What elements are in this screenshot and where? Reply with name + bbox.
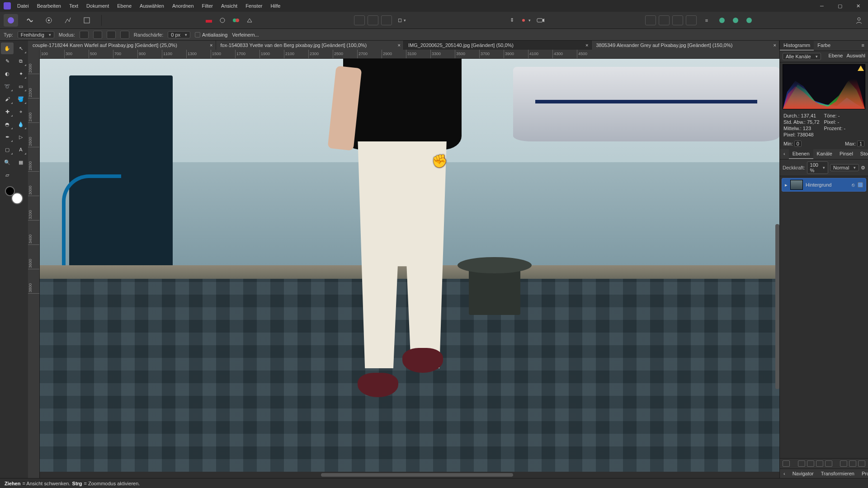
layer-link-icon[interactable]: ⎋ xyxy=(852,182,855,188)
marquee-tool[interactable]: ▭ xyxy=(14,80,27,92)
hist-max[interactable]: 1 xyxy=(857,141,864,147)
align-panel-icon[interactable]: ≡ xyxy=(701,15,712,25)
delete-layer-icon[interactable] xyxy=(858,460,865,467)
sync-3-icon[interactable] xyxy=(744,15,755,25)
dodge-tool[interactable]: ◓ xyxy=(1,118,14,130)
menu-file[interactable]: Datei xyxy=(17,3,29,9)
persona-export[interactable] xyxy=(80,14,94,27)
mask-icon[interactable] xyxy=(825,460,832,467)
hand-tool[interactable]: ✋ xyxy=(1,42,14,54)
menu-window[interactable]: Fenster xyxy=(245,3,262,9)
align-options[interactable] xyxy=(520,15,531,25)
menu-arrange[interactable]: Anordnen xyxy=(172,3,194,9)
hist-min[interactable]: 0 xyxy=(794,141,802,147)
zoom-tool[interactable]: 🔍 xyxy=(1,156,14,168)
persona-photo[interactable] xyxy=(4,14,18,27)
account-icon[interactable] xyxy=(854,15,864,25)
type-dropdown[interactable]: Freihändig xyxy=(18,31,54,38)
shape-tool[interactable]: ▢ xyxy=(1,144,14,155)
menu-text[interactable]: Text xyxy=(69,3,78,9)
layer-name[interactable]: Hintergrund xyxy=(806,182,849,188)
antialias-checkbox[interactable]: Antialiasing xyxy=(195,32,227,38)
add-pixel-icon[interactable] xyxy=(849,460,856,467)
flood-select-tool[interactable]: ✦ xyxy=(14,68,27,80)
snapping-dropdown[interactable]: ◻ xyxy=(396,15,407,25)
scope-layer[interactable]: Ebene xyxy=(829,53,843,60)
assistant-icon[interactable] xyxy=(244,15,255,25)
tab-transform[interactable]: Transformieren xyxy=(817,469,858,478)
close-icon[interactable]: × xyxy=(398,42,401,48)
arrange-back-icon[interactable] xyxy=(645,15,656,25)
doc-tab-2[interactable]: IMG_20200625_205140.jpg [Geändert] (50,0… xyxy=(404,41,592,50)
mode-intersect[interactable] xyxy=(120,31,129,39)
layer-row[interactable]: ▸ Hintergrund ⎋ xyxy=(782,178,866,192)
tab-histogram[interactable]: Histogramm xyxy=(780,41,814,51)
menu-view[interactable]: Ansicht xyxy=(221,3,237,9)
window-maximize[interactable]: ▢ xyxy=(834,2,846,10)
tab-history[interactable]: Protokoll xyxy=(858,469,868,478)
arrange-front-icon[interactable] xyxy=(686,15,697,25)
color-picker-tool[interactable]: ✎ xyxy=(1,55,14,67)
layer-visible-checkbox[interactable] xyxy=(858,182,863,188)
crop-tool[interactable]: ⧉ xyxy=(14,55,27,67)
record-icon[interactable] xyxy=(535,15,546,25)
persona-tone[interactable] xyxy=(61,14,75,27)
window-close[interactable]: ✕ xyxy=(852,2,864,10)
tab-brushes[interactable]: Pinsel xyxy=(836,149,857,159)
healing-tool[interactable]: ✚ xyxy=(1,106,14,117)
opacity-field[interactable]: 100 % xyxy=(807,161,828,174)
sync-1-icon[interactable] xyxy=(717,15,727,25)
layer-visibility-icon[interactable]: ▸ xyxy=(785,182,788,188)
mode-subtract[interactable] xyxy=(107,31,116,39)
menu-help[interactable]: Hilfe xyxy=(270,3,280,9)
selection-sub-icon[interactable] xyxy=(381,15,392,25)
menu-edit[interactable]: Bearbeiten xyxy=(37,3,61,9)
quickmask-icon[interactable] xyxy=(217,15,228,25)
tab-layers[interactable]: Ebenen xyxy=(789,149,813,159)
arrange-backward-icon[interactable] xyxy=(659,15,670,25)
color-swatch[interactable] xyxy=(5,186,23,204)
close-icon[interactable]: × xyxy=(210,42,212,48)
close-icon[interactable]: × xyxy=(585,42,588,48)
adjustment-icon[interactable] xyxy=(798,460,805,467)
move-tool[interactable]: ↖ xyxy=(14,42,27,54)
color-format-icon[interactable] xyxy=(231,15,241,25)
text-tool[interactable]: A xyxy=(14,144,27,155)
livefilter-icon[interactable] xyxy=(816,460,823,467)
menu-layer[interactable]: Ebene xyxy=(117,3,132,9)
layer-fx-icon[interactable]: ⚙ xyxy=(861,165,865,171)
eraser-tool[interactable]: ▱ xyxy=(1,169,14,181)
vertical-scrollbar[interactable] xyxy=(775,224,779,389)
persona-liquify[interactable] xyxy=(23,14,37,27)
node-tool[interactable]: ▷ xyxy=(14,131,27,143)
mask-layer-icon[interactable] xyxy=(783,460,790,467)
group-icon[interactable] xyxy=(840,460,847,467)
feather-dropdown[interactable]: 0 px xyxy=(168,31,190,38)
selection-new-icon[interactable] xyxy=(354,15,365,25)
mode-add[interactable] xyxy=(93,31,102,39)
selection-brush-tool[interactable]: ◐ xyxy=(1,68,14,80)
scope-selection[interactable]: Auswahl xyxy=(846,53,865,60)
refine-button[interactable]: Verfeinern... xyxy=(232,32,259,38)
close-icon[interactable]: × xyxy=(774,42,776,48)
canvas[interactable]: ✊ xyxy=(40,59,779,472)
doc-tab-3[interactable]: 3805349 Alexander Grey auf Pixabay.jpg [… xyxy=(592,41,780,50)
align-vertical-icon[interactable]: ⇕ xyxy=(506,15,517,25)
window-minimize[interactable]: ─ xyxy=(816,2,828,10)
clone-tool[interactable]: ⌖ xyxy=(14,106,27,117)
lasso-tool[interactable]: ➰ xyxy=(1,80,14,92)
panel-collapse-icon[interactable]: ‹ xyxy=(780,149,789,159)
horizontal-scrollbar-track[interactable] xyxy=(40,472,779,478)
tab-channels[interactable]: Kanäle xyxy=(813,149,836,159)
arrange-forward-icon[interactable] xyxy=(672,15,683,25)
channels-dropdown[interactable]: Alle Kanäle xyxy=(783,53,821,60)
blur-tool[interactable]: 💧 xyxy=(14,118,27,130)
tab-color[interactable]: Farbe xyxy=(814,41,834,51)
tab-stock[interactable]: Stock xyxy=(857,149,868,159)
persona-develop[interactable] xyxy=(42,14,56,27)
sync-2-icon[interactable] xyxy=(730,15,741,25)
panel-menu-icon[interactable]: ≡ xyxy=(858,41,868,51)
fill-tool[interactable]: 🪣 xyxy=(14,93,27,105)
horizontal-scrollbar-thumb[interactable] xyxy=(321,473,513,477)
selection-add-icon[interactable] xyxy=(368,15,378,25)
